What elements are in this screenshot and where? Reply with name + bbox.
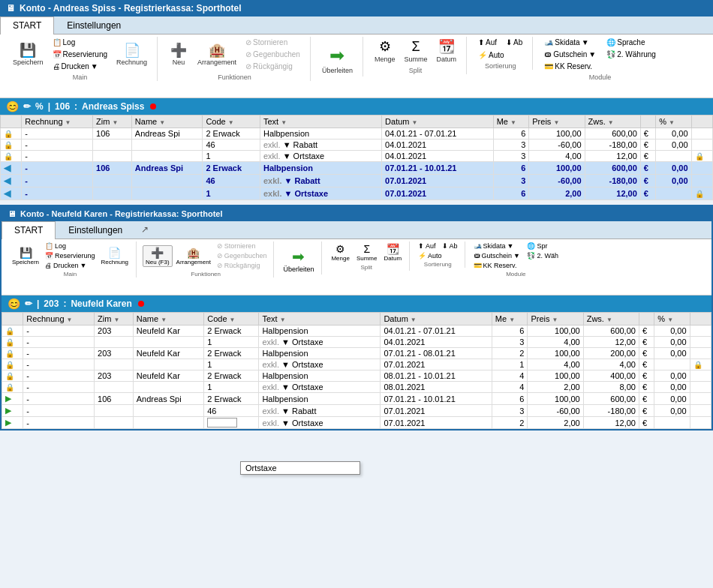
small-ueberleiten-button[interactable]: ➡ Überleiten (280, 246, 317, 274)
text-cell[interactable]: Halbpension (259, 370, 381, 382)
col-datum1[interactable]: Datum ▼ (382, 116, 494, 128)
table-row[interactable]: ▶ - exkl. ▼ Ortstaxe 07.01.2021 2 2,00 1… (2, 417, 711, 429)
table-row[interactable]: ◀ - 106 Andreas Spi 2 Erwack Halbpension… (1, 162, 713, 175)
text-cell[interactable]: exkl. ▼ Ortstaxe (259, 359, 381, 370)
small-auto-button[interactable]: ⚡ Auto (416, 251, 460, 260)
datum-button[interactable]: 📆 Datum (433, 37, 461, 65)
table-row[interactable]: 🔒 - 203 Neufeld Kar 2 Erwack Halbpension… (2, 326, 711, 337)
ueberleiten-button[interactable]: ➡ Überleiten (318, 43, 356, 76)
text-cell[interactable]: exkl. ▼ Rabatt (260, 175, 381, 188)
gutschein-button[interactable]: 🎟 Gutschein ▼ (540, 49, 600, 60)
zws-cell: 600,00 (583, 393, 639, 405)
table-row[interactable]: 🔒 - 1 exkl. ▼ Ortstaxe 08.01.2021 4 2,00… (2, 382, 711, 393)
table-row[interactable]: 🔒 - 1 exkl. ▼ Ortstaxe 04.01.2021 3 4,00… (2, 337, 711, 348)
col-code2[interactable]: Code ▼ (204, 313, 259, 326)
icon-cell: 🔒 (2, 370, 23, 382)
col-preis2[interactable]: Preis ▼ (528, 313, 583, 326)
table-row[interactable]: 🔒 - 203 Neufeld Kar 2 Erwack Halbpension… (2, 348, 711, 359)
rechnung-cell: - (23, 382, 95, 393)
zweiwaehrung-button[interactable]: 💱 2. Währung (603, 49, 660, 60)
col-code1[interactable]: Code ▼ (203, 116, 260, 128)
tab-start-w2[interactable]: START (2, 221, 56, 239)
small-kkreserv-button[interactable]: 💳 KK Reserv. (471, 261, 522, 270)
col-me1[interactable]: Me ▼ (493, 116, 529, 128)
table-row[interactable]: 🔒 - 1 exkl. ▼ Ortstaxe 04.01.2021 3 4,00… (1, 151, 713, 162)
tab-einstellungen-w1[interactable]: Einstellungen (54, 16, 134, 34)
code-input[interactable] (207, 418, 237, 428)
code-cell: 2 Erwack (204, 348, 259, 359)
col-rechnung1[interactable]: Rechnung ▼ (22, 116, 93, 128)
table-row[interactable]: 🔒 - 106 Andreas Spi 2 Erwack Halbpension… (1, 128, 713, 140)
text-cell[interactable]: Halbpension (260, 128, 381, 140)
col-pct2[interactable]: % ▼ (654, 313, 690, 326)
drucken-button[interactable]: 🖨 Drucken ▼ (49, 61, 111, 72)
tab-einstellungen-w2[interactable]: Einstellungen (56, 221, 135, 238)
table-row[interactable]: 🔒 - 1 exkl. ▼ Ortstaxe 07.01.2021 1 4,00… (2, 359, 711, 370)
small-arrangement-button[interactable]: 🏨 Arrangement (173, 245, 214, 267)
small-ab-button[interactable]: ⬇ Ab (440, 242, 460, 250)
table-row[interactable]: ▶ - 106 Andreas Spi 2 Erwack Halbpension… (2, 393, 711, 405)
log-button[interactable]: 📋 Log (49, 37, 111, 48)
col-name2[interactable]: Name ▼ (133, 313, 203, 326)
small-summe-button[interactable]: ΣSumme (353, 242, 381, 263)
small-sprache-button[interactable]: 🌐 Spr (525, 242, 561, 250)
small-datum-button[interactable]: 📆Datum (381, 242, 405, 263)
col-zws1[interactable]: Zws. ▼ (585, 116, 640, 128)
col-rechnung2[interactable]: Rechnung ▼ (23, 313, 95, 326)
small-log-button[interactable]: 📋 Log (43, 242, 98, 250)
text-cell[interactable]: Halbpension (259, 326, 381, 337)
col-datum2[interactable]: Datum ▼ (381, 313, 492, 326)
menge-button[interactable]: ⚙ Menge (371, 37, 399, 65)
small-drucken-button[interactable]: 🖨 Drucken ▼ (43, 261, 98, 270)
summe-button[interactable]: Σ Summe (401, 37, 432, 65)
ab-button[interactable]: ⬇ Ab (502, 37, 526, 48)
kkreserv-button[interactable]: 💳 KK Reserv. (540, 61, 600, 72)
col-pct1[interactable]: % ▼ (656, 116, 691, 128)
text-cell[interactable]: exkl. ▼ Rabatt (259, 405, 381, 417)
rechnung-cell: - (23, 359, 95, 370)
table-row[interactable]: 🔒 - 46 exkl. ▼ Rabatt 04.01.2021 3 -60,0… (1, 140, 713, 151)
text-cell[interactable]: exkl. ▼ Ortstaxe (259, 382, 381, 393)
text-cell[interactable]: exkl. ▼ Ortstaxe (260, 151, 381, 162)
reservierung-button[interactable]: 📅 Reservierung (49, 49, 111, 60)
arrangement-button[interactable]: 🏨 Arrangement (194, 40, 240, 69)
small-gutschein-button[interactable]: 🎟 Gutschein ▼ (471, 251, 522, 260)
text-cell[interactable]: exkl. ▼ Ortstaxe (260, 188, 381, 200)
small-menge-button[interactable]: ⚙Menge (328, 242, 352, 263)
sprache-button[interactable]: 🌐 Sprache (603, 37, 660, 48)
small-neu-button[interactable]: ➕ Neu (F3) (143, 245, 173, 267)
text-cell[interactable]: Halbpension (259, 393, 381, 405)
col-zim2[interactable]: Zim ▼ (95, 313, 134, 326)
small-reservierung-button[interactable]: 📅 Reservierung (43, 251, 98, 260)
rechnung-button[interactable]: 📄 Rechnung (113, 40, 151, 69)
small-skidata-button[interactable]: 🎿 Skidata ▼ (471, 242, 522, 250)
col-preis1[interactable]: Preis ▼ (529, 116, 585, 128)
col-zws2[interactable]: Zws. ▼ (583, 313, 639, 326)
text-cell[interactable]: exkl. ▼ Ortstaxe (259, 417, 381, 429)
save-button[interactable]: 💾 Speichern (9, 40, 47, 69)
text-cell[interactable]: Halbpension (259, 348, 381, 359)
text-cell[interactable]: exkl. ▼ Rabatt (260, 140, 381, 151)
skidata-button[interactable]: 🎿 Skidata ▼ (540, 37, 600, 48)
rechnung-cell: - (23, 405, 95, 417)
small-rechnung-button[interactable]: 📄 Rechnung (98, 245, 131, 267)
table-row[interactable]: ◀ - 1 exkl. ▼ Ortstaxe 07.01.2021 6 2,00… (1, 188, 713, 200)
col-name1[interactable]: Name ▼ (131, 116, 203, 128)
neu-button[interactable]: ➕ Neu (165, 40, 192, 69)
tab-start-w1[interactable]: START (0, 16, 54, 34)
small-auf-button[interactable]: ⬆ Auf (416, 242, 438, 250)
small-zweiwaehrung-button[interactable]: 💱 2. Wäh (525, 251, 561, 260)
table-row[interactable]: 🔒 - 203 Neufeld Kar 2 Erwack Halbpension… (2, 370, 711, 382)
me-cell: 6 (493, 188, 529, 200)
auto-button[interactable]: ⚡ Auto (474, 50, 526, 61)
col-text1[interactable]: Text ▼ (260, 116, 381, 128)
text-cell[interactable]: Halbpension (260, 162, 381, 175)
col-text2[interactable]: Text ▼ (259, 313, 381, 326)
table-row[interactable]: ▶ - 46 exkl. ▼ Rabatt 07.01.2021 3 -60,0… (2, 405, 711, 417)
col-zim1[interactable]: Zim ▼ (93, 116, 132, 128)
text-cell[interactable]: exkl. ▼ Ortstaxe (259, 337, 381, 348)
small-save-button[interactable]: 💾 Speichern (9, 245, 42, 267)
col-me2[interactable]: Me ▼ (492, 313, 528, 326)
table-row[interactable]: ◀ - 46 exkl. ▼ Rabatt 07.01.2021 3 -60,0… (1, 175, 713, 188)
auf-button[interactable]: ⬆ Auf (474, 37, 501, 48)
